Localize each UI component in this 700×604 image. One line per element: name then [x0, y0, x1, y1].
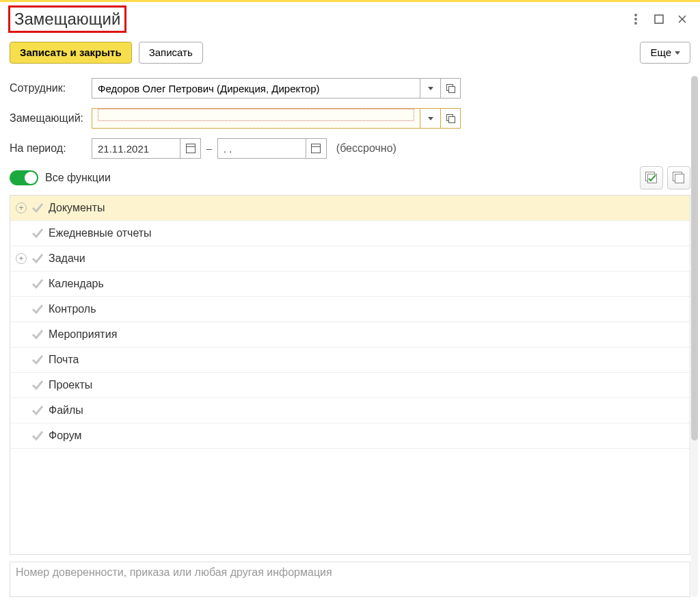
svg-rect-0	[655, 15, 663, 23]
date-from-input[interactable]: 21.11.2021	[92, 138, 180, 159]
scrollbar-thumb[interactable]	[691, 76, 698, 441]
checkmark-icon	[31, 201, 44, 215]
window: Замещающий Записать и закрыть Записать Е…	[0, 0, 700, 604]
substitute-row: Замещающий:	[10, 103, 690, 133]
chevron-down-icon	[675, 51, 680, 55]
tree-row-label: Задачи	[49, 252, 85, 265]
period-row: На период: 21.11.2021 – . . (бессрочно)	[10, 133, 690, 163]
expand-spacer	[16, 380, 27, 391]
maximize-button[interactable]	[649, 10, 669, 29]
tree-row[interactable]: Календарь	[10, 272, 690, 297]
note-input[interactable]: Номер доверенности, приказа или любая др…	[10, 562, 690, 597]
substitute-dropdown-button[interactable]	[420, 108, 440, 129]
date-to-input[interactable]: . .	[217, 138, 306, 159]
form-area: Сотрудник: Замещающий: На период: 21.11.…	[0, 73, 700, 163]
tree-row-label: Файлы	[49, 404, 83, 417]
employee-label: Сотрудник:	[10, 82, 92, 94]
period-hint: (бессрочно)	[336, 142, 396, 155]
toolbar: Записать и закрыть Записать Еще	[0, 36, 700, 73]
tree-row[interactable]: +Документы	[10, 196, 690, 221]
checkmark-icon	[31, 226, 44, 240]
substitute-label: Замещающий:	[10, 112, 92, 124]
close-button[interactable]	[673, 10, 692, 29]
tree-row-label: Форум	[49, 430, 82, 442]
maximize-icon	[654, 14, 664, 24]
open-icon	[446, 84, 455, 92]
tree-row-label: Документы	[49, 202, 105, 214]
select-all-icon	[645, 172, 658, 184]
all-functions-label: Все функции	[45, 172, 636, 184]
tree-row[interactable]: Файлы	[10, 398, 690, 423]
chevron-down-icon	[428, 87, 433, 90]
select-all-button[interactable]	[640, 166, 663, 189]
chevron-down-icon	[428, 117, 433, 120]
kebab-menu-button[interactable]	[626, 10, 645, 29]
tree-row[interactable]: Ежедневные отчеты	[10, 221, 690, 246]
checkmark-icon	[31, 252, 44, 265]
tree-row[interactable]: Форум	[10, 423, 690, 449]
page-title: Замещающий	[8, 5, 126, 33]
vertical-scrollbar[interactable]	[691, 76, 698, 597]
tree-row-label: Календарь	[49, 278, 104, 290]
checkmark-icon	[31, 404, 44, 417]
tree-row[interactable]: +Задачи	[10, 246, 690, 272]
note-placeholder: Номер доверенности, приказа или любая др…	[16, 566, 332, 578]
close-icon	[677, 14, 687, 24]
open-icon	[446, 114, 455, 122]
tree-row[interactable]: Почта	[10, 347, 690, 373]
substitute-combo	[92, 108, 461, 129]
expand-spacer	[16, 329, 27, 340]
date-to-picker-button[interactable]	[306, 138, 327, 159]
deselect-all-icon	[673, 172, 685, 184]
checkmark-icon	[31, 353, 44, 367]
period-label: На период:	[10, 142, 92, 155]
tree-row-label: Ежедневные отчеты	[49, 227, 152, 239]
employee-open-button[interactable]	[440, 78, 461, 99]
substitute-input[interactable]	[92, 108, 420, 129]
content: +ДокументыЕжедневные отчеты+ЗадачиКаленд…	[0, 192, 700, 604]
date-to-wrap: . .	[217, 138, 327, 159]
tree-row-label: Мероприятия	[49, 328, 117, 341]
checkmark-icon	[31, 328, 44, 341]
employee-row: Сотрудник:	[10, 73, 690, 103]
checkmark-icon	[31, 302, 44, 316]
date-from-picker-button[interactable]	[180, 138, 201, 159]
functions-toggle-row: Все функции	[0, 163, 700, 192]
tree-row[interactable]: Мероприятия	[10, 322, 690, 347]
save-button[interactable]: Записать	[139, 42, 203, 64]
date-from-wrap: 21.11.2021	[92, 138, 201, 159]
expand-spacer	[16, 354, 27, 365]
expand-spacer	[16, 228, 27, 239]
titlebar: Замещающий	[0, 2, 700, 36]
tree-row-label: Почта	[49, 354, 79, 366]
toggle-knob	[25, 172, 37, 184]
employee-combo	[92, 78, 461, 99]
kebab-icon	[634, 13, 637, 25]
calendar-icon	[311, 144, 321, 153]
save-and-close-button[interactable]: Записать и закрыть	[10, 42, 132, 64]
all-functions-toggle[interactable]	[10, 170, 38, 185]
more-button-label: Еще	[650, 42, 671, 63]
substitute-open-button[interactable]	[440, 108, 461, 129]
deselect-all-button[interactable]	[667, 166, 690, 189]
checkmark-icon	[31, 378, 44, 392]
functions-tree[interactable]: +ДокументыЕжедневные отчеты+ЗадачиКаленд…	[10, 195, 690, 555]
expand-spacer	[16, 278, 27, 289]
employee-input[interactable]	[92, 78, 420, 99]
expand-spacer	[16, 304, 27, 315]
more-button[interactable]: Еще	[640, 42, 690, 64]
tree-row-label: Контроль	[49, 303, 96, 315]
tree-row[interactable]: Контроль	[10, 297, 690, 322]
expand-icon[interactable]: +	[16, 253, 27, 264]
checkmark-icon	[31, 277, 44, 291]
expand-spacer	[16, 405, 27, 416]
expand-icon[interactable]: +	[16, 202, 27, 213]
checkmark-icon	[31, 429, 44, 443]
tree-row-label: Проекты	[49, 379, 92, 391]
calendar-icon	[186, 144, 196, 153]
tree-row[interactable]: Проекты	[10, 373, 690, 398]
period-dash: –	[206, 143, 212, 154]
expand-spacer	[16, 430, 27, 441]
employee-dropdown-button[interactable]	[420, 78, 440, 99]
